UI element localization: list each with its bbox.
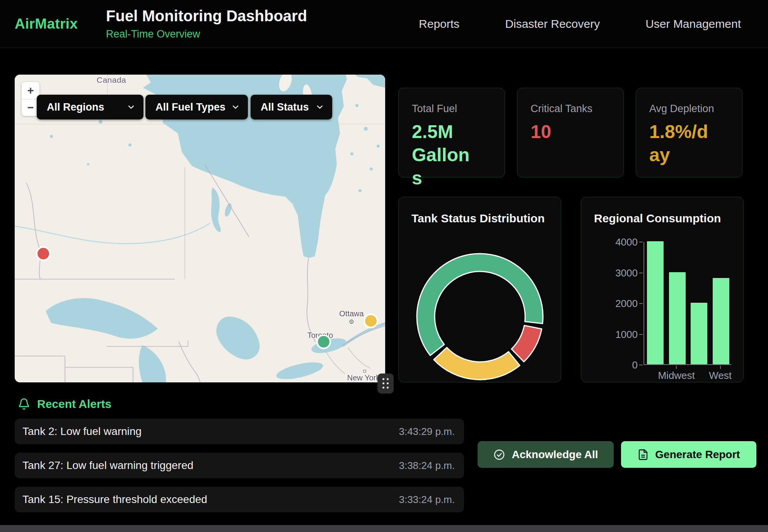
map-resize-handle[interactable]: [377, 373, 394, 394]
tank-status-donut: [399, 197, 561, 383]
main-nav: Reports Disaster Recovery User Managemen…: [419, 17, 741, 31]
chevron-down-icon: [231, 102, 240, 112]
stat-value-avg-depletion: 1.8%/day: [649, 120, 717, 167]
brand-logo[interactable]: AirMatrix: [15, 16, 78, 32]
map-marker-warning[interactable]: [364, 314, 378, 328]
recent-alerts-title: Recent Alerts: [37, 397, 111, 411]
y-tick-label: 1000: [596, 329, 638, 340]
stat-label: Avg Depletion: [649, 103, 730, 115]
bar-0: [647, 241, 664, 364]
check-circle-icon: [493, 448, 505, 461]
nav-item-user-management[interactable]: User Management: [645, 17, 741, 31]
bar-plot: [643, 242, 731, 365]
stat-card-avg-depletion: Avg Depletion 1.8%/day: [636, 88, 742, 177]
alert-message: Tank 27: Low fuel warning triggered: [22, 459, 193, 472]
stat-card-total-fuel: Total Fuel 2.5M Gallons: [398, 88, 505, 177]
status-filter-value: All Status: [261, 101, 309, 113]
page-title-block: Fuel Monitoring Dashboard Real-Time Over…: [106, 7, 307, 40]
donut-segments: [417, 254, 543, 380]
y-tick-label: 3000: [596, 268, 638, 278]
acknowledge-all-label: Acknowledge All: [512, 448, 598, 461]
tank-status-card: Tank Status Distribution: [398, 197, 561, 382]
recent-alerts-header: Recent Alerts: [18, 397, 111, 411]
generate-report-button[interactable]: Generate Report: [621, 441, 756, 468]
x-tick-label: West: [709, 370, 732, 382]
alert-time: 3:38:24 p.m.: [399, 460, 455, 472]
bar-3: [713, 278, 729, 364]
map-label-canada: Canada: [97, 75, 126, 85]
alert-time: 3:33:24 p.m.: [399, 494, 455, 506]
zoom-in-button[interactable]: +: [22, 82, 39, 99]
bar-2: [691, 303, 707, 364]
y-tick-label: 0: [596, 360, 638, 370]
map-marker-normal[interactable]: [316, 334, 331, 349]
page-subtitle: Real-Time Overview: [106, 28, 307, 40]
nav-item-reports[interactable]: Reports: [419, 17, 459, 31]
donut-segment-yellow: [434, 348, 520, 380]
alert-row-1[interactable]: Tank 2: Low fuel warning 3:43:29 p.m.: [15, 419, 464, 444]
status-filter-dropdown[interactable]: All Status: [251, 95, 332, 119]
y-tick-label: 4000: [596, 237, 638, 247]
map-marker-critical[interactable]: [36, 246, 51, 261]
donut-segment-red: [512, 326, 542, 362]
stat-label: Total Fuel: [412, 103, 493, 115]
alert-time: 3:43:29 p.m.: [399, 426, 455, 438]
acknowledge-all-button[interactable]: Acknowledge All: [478, 441, 614, 468]
generate-report-label: Generate Report: [655, 448, 740, 461]
fuel-type-filter-dropdown[interactable]: All Fuel Types: [145, 95, 248, 119]
map-label-new-york: New York: [347, 373, 380, 382]
stat-value-critical-tanks: 10: [531, 120, 599, 143]
alert-message: Tank 15: Pressure threshold exceeded: [22, 493, 207, 506]
stat-label: Critical Tanks: [531, 103, 612, 115]
fuel-type-filter-value: All Fuel Types: [155, 101, 225, 113]
horizontal-scrollbar[interactable]: [0, 525, 768, 532]
region-filter-dropdown[interactable]: All Regions: [37, 95, 143, 119]
tank-map[interactable]: Canada Ottawa Toronto New York + − All R…: [15, 75, 385, 382]
nav-item-disaster-recovery[interactable]: Disaster Recovery: [505, 17, 600, 31]
app-header: AirMatrix Fuel Monitoring Dashboard Real…: [0, 0, 768, 48]
document-icon: [637, 449, 649, 460]
alert-row-2[interactable]: Tank 27: Low fuel warning triggered 3:38…: [15, 453, 464, 478]
y-tick-label: 2000: [596, 298, 638, 309]
x-tick-label: Midwest: [658, 370, 695, 382]
alert-row-3[interactable]: Tank 15: Pressure threshold exceeded 3:3…: [15, 487, 464, 512]
chevron-down-icon: [315, 102, 324, 112]
bar-1: [669, 272, 686, 365]
stat-value-total-fuel: 2.5M Gallons: [412, 120, 480, 190]
regional-bar-chart: 01000200030004000 MidwestWest: [581, 197, 743, 382]
page-title: Fuel Monitoring Dashboard: [106, 7, 307, 25]
region-filter-value: All Regions: [47, 101, 104, 113]
stat-card-critical-tanks: Critical Tanks 10: [517, 88, 624, 177]
map-label-ottawa: Ottawa: [339, 309, 364, 318]
regional-consumption-card: Regional Consumption 01000200030004000 M…: [581, 197, 744, 382]
chevron-down-icon: [126, 102, 136, 112]
alert-message: Tank 2: Low fuel warning: [22, 425, 142, 438]
bell-icon: [18, 398, 30, 410]
